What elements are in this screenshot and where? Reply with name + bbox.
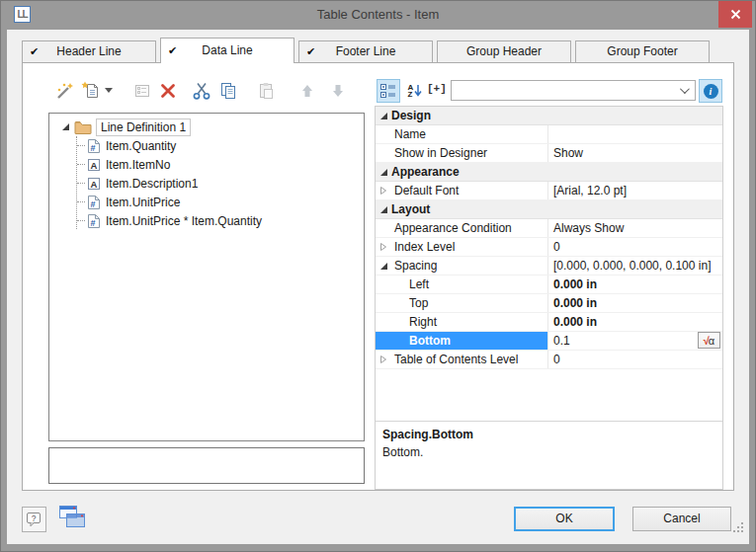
chevron-down-icon (680, 84, 690, 94)
tree-detail-box (48, 447, 365, 484)
collapse-icon[interactable] (376, 169, 391, 176)
tab-page: AZ [+] i L (22, 62, 734, 491)
numeric-field-icon: # (87, 213, 101, 229)
tree-item-quantity[interactable]: # Item.Quantity (87, 136, 176, 155)
formula-button[interactable]: √α (698, 332, 720, 349)
numeric-field-icon: # (87, 138, 101, 154)
cut-button[interactable] (190, 79, 213, 103)
window-title: Table Contents - Item (0, 0, 756, 30)
prop-value[interactable]: [Arial, 12.0 pt] (553, 184, 627, 197)
prop-value[interactable]: 0.000 in (553, 296, 597, 310)
dialog-window: LL Table Contents - Item ✔ Header Line ✔… (0, 0, 756, 552)
copy-button[interactable] (216, 79, 240, 103)
prop-value[interactable]: 0.000 in (553, 277, 597, 291)
tree-expander-icon[interactable] (57, 123, 73, 130)
property-grid: Design Name Show in Designer Show Appear… (375, 106, 723, 490)
prop-value[interactable]: [0.000, 0.000, 0.000, 0.100 in] (553, 259, 711, 273)
window-selection-button[interactable] (57, 504, 87, 533)
info-icon: i (704, 84, 718, 99)
svg-text:A: A (91, 178, 98, 189)
svg-text:?: ? (32, 513, 37, 522)
delete-button[interactable] (156, 79, 180, 103)
new-document-icon (81, 81, 101, 101)
info-button[interactable]: i (699, 79, 722, 103)
dialog-body: ✔ Header Line ✔ Data Line ✔ Footer Line … (7, 30, 749, 544)
text-field-icon: A (87, 158, 101, 172)
propgrid-row-toc-level[interactable]: Table of Contents Level 0 (376, 351, 722, 369)
new-line-button[interactable] (79, 79, 103, 103)
propgrid-row-spacing-right[interactable]: Right 0.000 in (376, 313, 722, 332)
propgrid-row-spacing[interactable]: Spacing [0.000, 0.000, 0.000, 0.100 in] (376, 257, 722, 276)
ok-button[interactable]: OK (514, 507, 615, 531)
property-description-text: Bottom. (382, 445, 715, 459)
tree-item-itemno[interactable]: A Item.ItemNo (87, 155, 170, 174)
collapse-icon[interactable] (376, 113, 391, 119)
propgrid-category-layout[interactable]: Layout (376, 200, 722, 219)
arrow-down-icon (330, 83, 346, 99)
tree-item-label: Item.Quantity (106, 139, 176, 153)
properties-button[interactable] (130, 79, 154, 103)
expand-icon[interactable] (376, 355, 391, 364)
paste-clipboard-icon (256, 81, 276, 101)
prop-value-editor[interactable]: 0.1 (553, 334, 570, 348)
titlebar: LL Table Contents - Item (0, 0, 756, 30)
prop-value[interactable]: Always Show (553, 221, 624, 235)
sort-alphabetical-button[interactable]: AZ (403, 79, 427, 103)
tree-item-unitprice[interactable]: # Item.UnitPrice (87, 193, 180, 211)
tree-root-label: Line Definition 1 (96, 118, 191, 136)
move-up-button[interactable] (295, 79, 319, 103)
wizard-button[interactable] (53, 79, 77, 103)
help-bubble-icon: ? (26, 512, 42, 528)
svg-text:#: # (90, 143, 95, 153)
propgrid-category-design[interactable]: Design (376, 107, 722, 125)
propgrid-row-spacing-left[interactable]: Left 0.000 in (376, 276, 722, 294)
paste-button[interactable] (254, 79, 278, 103)
tab-header-line[interactable]: ✔ Header Line (22, 40, 156, 62)
categorized-view-button[interactable] (377, 79, 400, 103)
collapse-icon[interactable] (376, 206, 391, 213)
tab-data-line[interactable]: ✔ Data Line (160, 38, 294, 63)
tab-footer-line[interactable]: ✔ Footer Line (298, 40, 433, 62)
prop-value[interactable]: Show (553, 146, 583, 160)
prop-value[interactable]: 0 (553, 240, 560, 254)
propgrid-row-name[interactable]: Name (376, 125, 722, 144)
propgrid-row-default-font[interactable]: Default Font [Arial, 12.0 pt] (376, 182, 722, 200)
tab-strip: ✔ Header Line ✔ Data Line ✔ Footer Line … (22, 37, 710, 63)
propgrid-row-appearance-condition[interactable]: Appearance Condition Always Show (376, 219, 722, 238)
svg-text:A: A (91, 159, 98, 170)
property-description-title: Spacing.Bottom (382, 428, 715, 441)
svg-text:#: # (90, 218, 95, 228)
expand-icon[interactable] (376, 186, 391, 196)
properties-list-icon (132, 81, 152, 101)
propgrid-row-spacing-top[interactable]: Top 0.000 in (376, 294, 722, 313)
scissors-icon (192, 81, 211, 101)
tree-item-unitprice-times-quantity[interactable]: # Item.UnitPrice * Item.Quantity (87, 211, 262, 230)
text-field-icon: A (87, 177, 101, 191)
cancel-button[interactable]: Cancel (632, 507, 731, 531)
delete-x-icon (159, 82, 177, 100)
tab-group-footer[interactable]: Group Footer (575, 40, 710, 62)
propgrid-row-spacing-bottom[interactable]: Bottom 0.1 √α (376, 332, 722, 351)
propgrid-category-appearance[interactable]: Appearance (376, 163, 722, 182)
new-line-dropdown-arrow[interactable] (105, 88, 113, 93)
line-definition-tree: Line Definition 1 # Item.Quantity A (48, 113, 365, 441)
check-icon: ✔ (30, 41, 39, 62)
propgrid-row-show-in-designer[interactable]: Show in Designer Show (376, 144, 722, 163)
filter-combobox[interactable] (451, 80, 696, 101)
tree-root-line-definition[interactable]: Line Definition 1 (57, 118, 191, 136)
move-down-button[interactable] (326, 79, 350, 103)
collapse-icon[interactable] (376, 263, 391, 270)
tab-group-header[interactable]: Group Header (437, 40, 571, 62)
close-button[interactable] (718, 1, 752, 28)
expand-all-button[interactable]: [+] (427, 83, 447, 95)
prop-value[interactable]: 0.000 in (553, 315, 597, 329)
resize-grip[interactable] (732, 521, 745, 537)
expand-icon[interactable] (376, 242, 391, 252)
tab-label: Group Footer (607, 44, 677, 58)
sort-az-icon: AZ (408, 84, 423, 99)
tree-item-description1[interactable]: A Item.Description1 (87, 174, 198, 193)
propgrid-row-index-level[interactable]: Index Level 0 (376, 238, 722, 257)
help-button[interactable]: ? (22, 507, 46, 532)
prop-value[interactable]: 0 (553, 353, 560, 366)
tree-item-label: Item.Description1 (106, 177, 198, 191)
